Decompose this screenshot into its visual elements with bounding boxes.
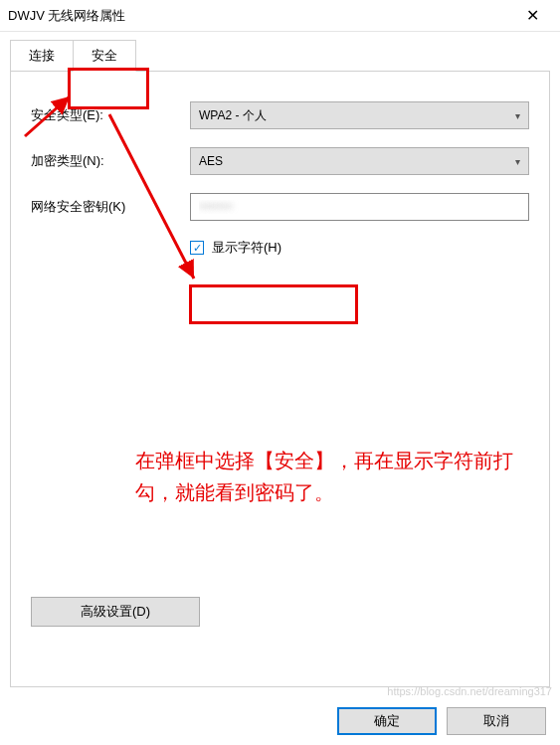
row-key: 网络安全密钥(K) — [31, 193, 529, 221]
row-encryption: 加密类型(N): AES ▾ — [31, 147, 529, 175]
chevron-down-icon: ▾ — [515, 110, 520, 121]
button-bar: 确定 取消 — [337, 707, 546, 735]
row-show-chars: ✓ 显示字符(H) — [190, 239, 529, 257]
encryption-select[interactable]: AES ▾ — [190, 147, 529, 175]
ok-button[interactable]: 确定 — [337, 707, 437, 735]
key-label: 网络安全密钥(K) — [31, 198, 190, 216]
security-type-label: 安全类型(E): — [31, 106, 190, 124]
chevron-down-icon: ▾ — [515, 156, 520, 167]
row-security-type: 安全类型(E): WPA2 - 个人 ▾ — [31, 101, 529, 129]
security-type-select[interactable]: WPA2 - 个人 ▾ — [190, 101, 529, 129]
security-type-value: WPA2 - 个人 — [199, 107, 267, 124]
encryption-value: AES — [199, 154, 223, 168]
tab-security-label: 安全 — [92, 48, 117, 63]
key-input[interactable] — [190, 193, 529, 221]
close-button[interactable]: ✕ — [512, 2, 552, 30]
cancel-button[interactable]: 取消 — [447, 707, 546, 735]
annotation-text: 在弹框中选择【安全】，再在显示字符前打勾，就能看到密码了。 — [135, 445, 533, 508]
ok-label: 确定 — [374, 712, 400, 730]
window-title: DWJV 无线网络属性 — [8, 7, 512, 25]
client-area: 连接 安全 安全类型(E): WPA2 - 个人 ▾ 加密类型(N): AES … — [0, 32, 560, 745]
check-icon: ✓ — [193, 243, 202, 254]
close-icon: ✕ — [526, 6, 539, 25]
cancel-label: 取消 — [483, 712, 509, 730]
tab-security[interactable]: 安全 — [73, 40, 136, 72]
encryption-label: 加密类型(N): — [31, 152, 190, 170]
advanced-settings-button[interactable]: 高级设置(D) — [31, 597, 200, 627]
watermark: https://blog.csdn.net/dreaming317 — [387, 685, 552, 697]
show-chars-label: 显示字符(H) — [212, 239, 281, 257]
tab-panel-security: 安全类型(E): WPA2 - 个人 ▾ 加密类型(N): AES ▾ 网络安全… — [10, 71, 550, 687]
tab-connect[interactable]: 连接 — [10, 40, 74, 72]
tab-connect-label: 连接 — [29, 48, 55, 63]
show-chars-checkbox[interactable]: ✓ — [190, 241, 204, 255]
tab-strip: 连接 安全 — [10, 40, 550, 72]
titlebar: DWJV 无线网络属性 ✕ — [0, 0, 560, 32]
advanced-settings-label: 高级设置(D) — [81, 603, 150, 621]
